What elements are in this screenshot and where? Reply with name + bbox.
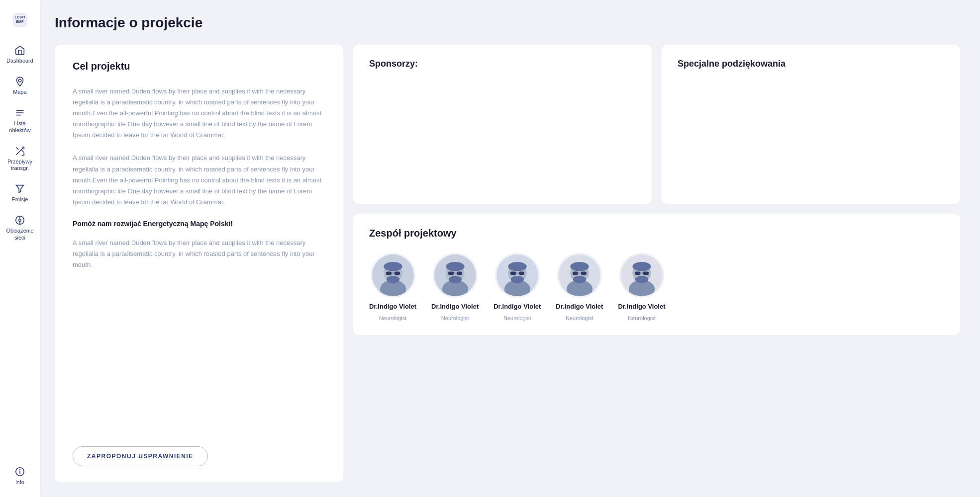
circle-dots-icon: [14, 215, 25, 226]
sponsors-title: Sponsorzy:: [369, 59, 636, 69]
special-thanks-title: Specjalne podziękowania: [678, 59, 944, 69]
svg-point-29: [449, 276, 462, 283]
sponsors-card: Sponsorzy:: [353, 45, 652, 204]
team-member-2: Dr.Indigo Violet Neurologist: [431, 253, 479, 321]
logo-icon: LOGO EMP: [12, 12, 28, 28]
avatar-image-2: [434, 253, 476, 298]
right-panel: Sponsorzy: Specjalne podziękowania Zespó…: [353, 45, 960, 482]
team-member-3: Dr.Indigo Violet Neurologist: [493, 253, 541, 321]
cel-projektu-title: Cel projektu: [73, 61, 325, 72]
svg-rect-38: [510, 272, 516, 275]
svg-text:LOGO: LOGO: [15, 15, 25, 19]
svg-point-11: [19, 219, 21, 222]
svg-line-8: [21, 150, 24, 153]
sidebar-item-obciazenie-label: Obciążenie sieci: [6, 228, 33, 241]
svg-point-28: [446, 262, 464, 271]
avatar-image-1: [372, 253, 414, 298]
avatar-4: [557, 253, 602, 298]
svg-point-45: [573, 276, 586, 283]
svg-line-9: [16, 147, 19, 150]
svg-rect-39: [519, 272, 524, 275]
team-members: Dr.Indigo Violet Neurologist: [369, 253, 944, 321]
sidebar-info-label: info: [15, 479, 24, 485]
svg-rect-30: [448, 272, 454, 275]
member-name-4: Dr.Indigo Violet: [556, 303, 603, 310]
svg-rect-23: [394, 272, 399, 275]
svg-point-21: [386, 276, 399, 283]
special-thanks-card: Specjalne podziękowania: [662, 45, 960, 204]
svg-rect-54: [635, 272, 640, 275]
avatar-image-4: [559, 253, 600, 298]
team-member-5: Dr.Indigo Violet Neurologist: [618, 253, 665, 321]
sidebar-item-dashboard[interactable]: Dashboard: [0, 39, 40, 70]
logo: LOGO EMP: [12, 5, 28, 39]
sidebar-item-dashboard-label: Dashboard: [6, 58, 33, 64]
filter-icon: [14, 183, 25, 194]
member-name-1: Dr.Indigo Violet: [369, 303, 416, 310]
sidebar-item-emisje-label: Emisje: [11, 196, 28, 203]
svg-point-3: [18, 80, 21, 83]
sidebar-item-lista-obiektow[interactable]: Lista obiektów: [0, 101, 40, 139]
svg-rect-31: [456, 272, 462, 275]
member-role-2: Neurologist: [441, 315, 469, 321]
info-icon: [14, 466, 25, 477]
member-name-3: Dr.Indigo Violet: [493, 303, 541, 310]
team-title: Zespół projektowy: [369, 228, 944, 239]
paragraph-3: A small river named Duden flows by their…: [73, 238, 325, 270]
member-name-2: Dr.Indigo Violet: [431, 303, 479, 310]
sidebar-item-obciazenie[interactable]: Obciążenie sieci: [0, 209, 40, 247]
team-member-4: Dr.Indigo Violet Neurologist: [556, 253, 603, 321]
member-role-4: Neurologist: [566, 315, 593, 321]
member-role-5: Neurologist: [628, 315, 656, 321]
svg-point-53: [635, 276, 648, 283]
svg-rect-55: [643, 272, 649, 275]
svg-text:EMP: EMP: [16, 20, 24, 23]
svg-rect-46: [573, 272, 578, 275]
svg-point-36: [508, 262, 526, 271]
avatar-1: [371, 253, 415, 298]
list-icon: [14, 107, 25, 118]
avatar-image-5: [621, 253, 663, 298]
svg-point-44: [570, 262, 588, 271]
sidebar-item-przeplywy[interactable]: Przepływy transgr.: [0, 140, 40, 177]
propose-button[interactable]: ZAPROPONUJ USPRAWNIENIE: [73, 446, 208, 466]
member-name-5: Dr.Indigo Violet: [618, 303, 665, 310]
svg-point-16: [20, 470, 20, 470]
sidebar-item-mapa[interactable]: Mapa: [0, 70, 40, 101]
member-role-1: Neurologist: [379, 315, 407, 321]
sidebar-item-lista-label: Lista obiektów: [9, 120, 30, 133]
page-title: Informacje o projekcie: [55, 15, 960, 31]
team-card: Zespół projektowy: [353, 214, 960, 335]
svg-rect-22: [386, 272, 392, 275]
highlight-text: Pomóż nam rozwijać Energetyczną Mapę Pol…: [73, 220, 325, 228]
left-panel: Cel projektu A small river named Duden f…: [55, 45, 343, 482]
sidebar: LOGO EMP Dashboard Mapa Lista obiektów: [0, 0, 40, 497]
sidebar-item-mapa-label: Mapa: [13, 89, 27, 95]
svg-rect-47: [581, 272, 587, 275]
content-area: Cel projektu A small river named Duden f…: [55, 45, 960, 482]
map-pin-icon: [14, 76, 25, 87]
member-role-3: Neurologist: [503, 315, 531, 321]
main-content: Informacje o projekcie Cel projektu A sm…: [40, 0, 980, 497]
team-member-1: Dr.Indigo Violet Neurologist: [369, 253, 416, 321]
avatar-2: [433, 253, 478, 298]
svg-point-52: [632, 262, 651, 271]
sidebar-item-przeplywy-label: Przepływy transgr.: [7, 159, 32, 171]
sidebar-item-info[interactable]: info: [0, 459, 40, 492]
sidebar-item-emisje[interactable]: Emisje: [0, 177, 40, 209]
avatar-5: [619, 253, 664, 298]
shuffle-icon: [14, 146, 25, 157]
svg-point-37: [511, 276, 524, 283]
svg-point-20: [384, 262, 402, 271]
home-icon: [14, 45, 25, 56]
paragraph-1: A small river named Duden flows by their…: [73, 86, 325, 141]
paragraph-2: A small river named Duden flows by their…: [73, 153, 325, 207]
avatar-image-3: [496, 253, 538, 298]
avatar-3: [495, 253, 540, 298]
sponsors-row: Sponsorzy: Specjalne podziękowania: [353, 45, 960, 204]
